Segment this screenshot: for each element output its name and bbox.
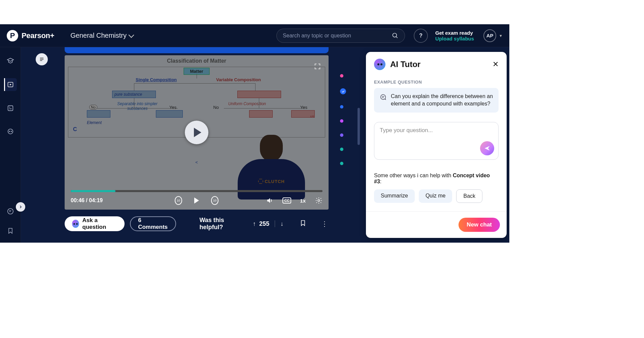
- flow-yes-left: [156, 110, 183, 118]
- send-button[interactable]: [480, 141, 494, 155]
- progress-dot[interactable]: [340, 148, 343, 151]
- suggestion-chips: Summarize Quiz me Back: [374, 189, 499, 203]
- nav-courses-icon[interactable]: [4, 55, 17, 67]
- svg-marker-3: [10, 84, 11, 86]
- instructor-silhouette: CLUTCH: [234, 129, 308, 199]
- side-nav: [0, 47, 21, 243]
- nav-explore-icon[interactable]: [4, 205, 17, 218]
- help-button[interactable]: ?: [414, 29, 428, 43]
- search-field[interactable]: [276, 29, 405, 43]
- ai-tutor-header: AI Tutor ✕: [366, 52, 507, 75]
- progress-dot[interactable]: [340, 133, 343, 137]
- close-button[interactable]: ✕: [493, 60, 499, 69]
- summarize-chip[interactable]: Summarize: [374, 189, 415, 203]
- progress-dot[interactable]: [340, 119, 343, 123]
- ai-tutor-panel: AI Tutor ✕ EXAMPLE QUESTION Can you expl…: [366, 52, 507, 238]
- question-input[interactable]: [380, 127, 493, 147]
- video-section: Classification of Matter Matter Single C…: [65, 47, 329, 231]
- brand-name: Pearson+: [22, 31, 54, 40]
- progress-dot[interactable]: [340, 74, 343, 78]
- svg-marker-15: [267, 198, 270, 203]
- rewind-10-button[interactable]: 10: [175, 197, 182, 204]
- play-button[interactable]: [193, 197, 200, 204]
- video-time: 00:46 / 04:19: [71, 197, 103, 204]
- ask-question-button[interactable]: Ask a question: [65, 216, 125, 231]
- new-chat-button[interactable]: New chat: [459, 218, 500, 232]
- nav-practice-icon[interactable]: [4, 102, 17, 115]
- vote-count: 255: [259, 220, 269, 227]
- upload-syllabus-link[interactable]: Upload syllabus: [435, 36, 474, 41]
- video-controls: 00:46 / 04:19 10 10: [71, 195, 323, 206]
- lesson-progress-dots: [340, 74, 346, 165]
- exam-ready-label: Get exam ready: [435, 30, 474, 36]
- avatar-menu-caret-icon[interactable]: ▼: [499, 34, 503, 38]
- bookmark-button[interactable]: [300, 219, 306, 228]
- chevron-down-icon: [129, 32, 134, 38]
- volume-button[interactable]: [266, 197, 274, 204]
- video-progress-fill: [71, 190, 115, 192]
- hexagon-icon: [258, 179, 263, 184]
- flow-no-left: [87, 110, 110, 118]
- svg-marker-11: [9, 210, 11, 212]
- flow-mixture-box: [237, 91, 281, 98]
- search-input[interactable]: [283, 33, 392, 39]
- scrollbar-thumb[interactable]: [358, 108, 360, 145]
- app-header: P Pearson+ General Chemistry ? Get exam …: [0, 24, 509, 47]
- captions-button[interactable]: CC: [283, 197, 291, 204]
- video-player[interactable]: Classification of Matter Matter Single C…: [65, 55, 329, 210]
- course-selector[interactable]: General Chemistry: [70, 32, 133, 39]
- svg-line-1: [396, 36, 398, 38]
- play-icon: [194, 128, 201, 137]
- flow-us-note: us: [310, 114, 314, 118]
- helpful-label: Was this helpful?: [200, 217, 243, 231]
- flow-element: Element: [87, 120, 110, 125]
- help-ways-text: Some other ways i can help with Concept …: [374, 173, 499, 185]
- exam-ready-cta[interactable]: Get exam ready Upload syllabus: [435, 30, 474, 41]
- flow-pure-substance: pure substance: [112, 91, 156, 98]
- lesson-banner: [65, 47, 329, 53]
- flow-uniform-label: Uniform Composition: [228, 101, 266, 106]
- flow-letter-c: C: [73, 126, 77, 132]
- forward-10-button[interactable]: 10: [211, 197, 218, 204]
- comments-button[interactable]: 6 Comments: [130, 216, 176, 231]
- fullscreen-button[interactable]: [314, 63, 321, 70]
- svg-point-8: [9, 131, 10, 132]
- more-options-button[interactable]: ⋮: [321, 220, 329, 228]
- main-content: Classification of Matter Matter Single C…: [21, 47, 509, 243]
- svg-point-0: [393, 33, 397, 37]
- slide-cursor-arrow: <: [195, 160, 198, 165]
- flow-yes-label-2: Yes: [300, 105, 307, 110]
- downvote-button[interactable]: ↓: [280, 220, 283, 227]
- upvote-button[interactable]: ↑: [253, 220, 256, 227]
- brand-logo[interactable]: P Pearson+: [7, 30, 54, 41]
- nav-chat-icon[interactable]: [4, 125, 17, 138]
- instructor-shirt-logo: CLUTCH: [258, 179, 284, 184]
- example-question-label: EXAMPLE QUESTION: [374, 80, 499, 85]
- example-question-text: Can you explain the difference between a…: [391, 93, 493, 108]
- video-progress-track[interactable]: [71, 190, 323, 192]
- video-outline-button[interactable]: [36, 53, 48, 65]
- svg-point-9: [11, 131, 11, 132]
- ai-icon: [72, 220, 79, 228]
- back-chip[interactable]: Back: [456, 189, 482, 203]
- play-overlay-button[interactable]: [185, 121, 208, 144]
- nav-bookmarks-icon[interactable]: [4, 224, 17, 237]
- example-question-card[interactable]: Can you explain the difference between a…: [374, 88, 499, 113]
- quiz-me-chip[interactable]: Quiz me: [419, 189, 452, 203]
- settings-button[interactable]: [315, 197, 323, 204]
- progress-dot-current[interactable]: [340, 88, 346, 94]
- flow-yes-label-1: Yes: [169, 105, 176, 110]
- question-input-wrap[interactable]: [374, 122, 499, 160]
- playback-speed-button[interactable]: 1x: [300, 198, 306, 204]
- brand-mark-icon: P: [7, 30, 18, 41]
- nav-videos-icon[interactable]: [4, 78, 17, 91]
- progress-dot[interactable]: [340, 105, 343, 109]
- ai-tutor-body[interactable]: EXAMPLE QUESTION Can you explain the dif…: [366, 75, 507, 211]
- chat-bubble-icon: [379, 93, 387, 101]
- user-avatar[interactable]: AP: [483, 29, 496, 42]
- search-icon[interactable]: [392, 32, 399, 39]
- ai-tutor-logo-icon: [374, 59, 385, 70]
- progress-dot[interactable]: [340, 162, 343, 165]
- flow-no-label-2: No: [213, 105, 219, 110]
- video-actions-row: Ask a question 6 Comments Was this helpf…: [65, 216, 329, 231]
